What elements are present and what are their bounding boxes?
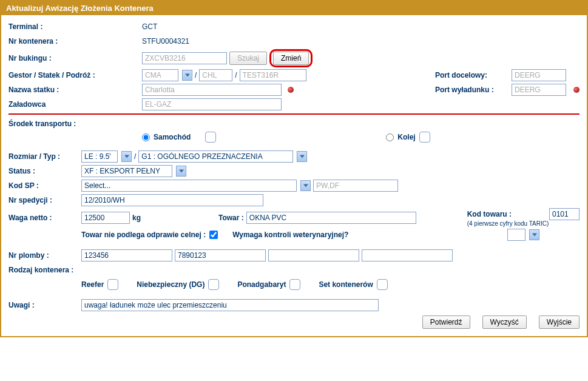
slash1: / [195,71,197,79]
label-set: Set kontenerów [319,280,373,289]
divider-red [8,113,580,115]
input-bukingu[interactable] [142,52,227,64]
dropdown-typ-icon[interactable] [297,151,307,162]
status-dot-1 [288,87,294,93]
input-kodsp-txt[interactable] [313,180,398,192]
dropdown-status-icon[interactable] [176,166,186,177]
label-gestor: Gestor / Statek / Podróż : [8,71,142,79]
input-plomba4[interactable] [362,249,453,261]
label-kodsp: Kod SP : [8,181,81,190]
label-terminal: Terminal : [8,22,142,31]
titlebar: Aktualizuj Awizację Złożenia Kontenera [1,1,587,15]
btn-square-ponadgabaryt[interactable] [289,279,300,290]
label-status: Status : [8,167,81,175]
label-rozmiar: Rozmiar / Typ : [8,152,81,161]
window: Aktualizuj Awizację Złożenia Kontenera T… [0,0,588,337]
dropdown-rozmiar-icon[interactable] [121,151,132,162]
label-zaladowca: Załadowca [8,100,142,109]
radio-samochod[interactable] [142,133,150,141]
label-samochod: Samochód [154,133,191,141]
label-rodzaj: Rodzaj kontenera : [8,266,580,274]
input-kodsp-sel[interactable] [81,180,297,192]
btn-wyjscie[interactable]: Wyjście [539,315,580,329]
btn-square-reefer[interactable] [107,279,118,290]
label-nrspedycji: Nr spedycji : [8,196,81,204]
btn-square-kolej[interactable] [419,132,430,143]
label-bukingu: Nr bukingu : [8,54,142,62]
label-srodek: Środek transportu : [8,120,580,128]
input-plomba1[interactable] [81,249,172,261]
label-kontenera: Nr kontenera : [8,37,142,46]
slash2: / [235,71,237,79]
input-rozmiar[interactable] [81,150,118,163]
label-uwagi: Uwagi : [8,301,81,309]
label-waga: Waga netto : [8,214,81,222]
btn-potwierdz[interactable]: Potwierdź [422,315,470,329]
label-weterynaryjna: Wymaga kontroli weterynaryjnej? [232,231,348,239]
input-port-wyladunku[interactable] [512,84,566,96]
input-podroz[interactable] [240,69,306,81]
label-kolej: Kolej [397,133,415,141]
input-nrspedycji[interactable] [81,194,263,206]
label-nazwa-statku: Nazwa statku : [8,86,142,94]
input-typ[interactable] [138,150,293,163]
dropdown-wet-icon[interactable] [529,229,539,240]
btn-square-dg[interactable] [208,279,219,290]
radio-kolej[interactable] [386,133,394,141]
label-kod-towaru: Kod towaru : [467,210,512,218]
input-statek[interactable] [199,69,232,81]
input-uwagi[interactable] [81,299,379,311]
input-nazwa-statku[interactable] [142,84,282,96]
input-waga[interactable] [81,212,130,224]
input-status[interactable] [81,165,172,177]
input-zaladowca[interactable] [142,98,282,110]
input-wet-sel[interactable] [507,229,525,241]
input-gestor[interactable] [142,69,178,81]
btn-wyczysc[interactable]: Wyczyść [482,315,527,329]
label-reefer: Reefer [81,280,104,289]
slash3: / [134,152,136,161]
label-odprawa: Towar nie podlega odprawie celnej : [81,231,206,239]
label-dg: Niebezpieczny (DG) [137,280,204,289]
label-kg: kg [132,214,141,222]
label-port-docelowy: Port docelowy: [435,71,508,79]
btn-zmien[interactable]: Zmień [273,52,309,65]
btn-szukaj[interactable]: Szukaj [229,52,267,65]
value-kontenera: STFU0004321 [142,37,189,46]
input-port-docelowy[interactable] [512,69,566,81]
cb-odprawa[interactable] [209,231,218,239]
note-taric: (4 pierwsze cyfry kodu TARIC) [467,220,549,227]
input-plomba2[interactable] [175,249,266,261]
status-dot-2 [573,87,580,93]
dropdown-kodsp-icon[interactable] [300,180,311,191]
value-terminal: GCT [142,22,157,31]
dropdown-gestor-icon[interactable] [182,70,192,81]
input-plomba3[interactable] [268,249,359,261]
input-kod-towaru[interactable] [549,208,580,220]
content: Terminal : GCT Nr kontenera : STFU000432… [1,15,587,336]
input-towar[interactable] [246,212,416,224]
btn-square-set[interactable] [377,279,388,290]
label-port-wyladunku: Port wyładunku : [435,86,508,94]
label-towar: Towar : [218,214,244,222]
highlight-zmien: Zmień [269,49,313,67]
label-plomby: Nr plomby : [8,251,81,260]
label-ponadgabaryt: Ponadgabaryt [237,280,286,289]
btn-square-samochod[interactable] [205,132,216,143]
